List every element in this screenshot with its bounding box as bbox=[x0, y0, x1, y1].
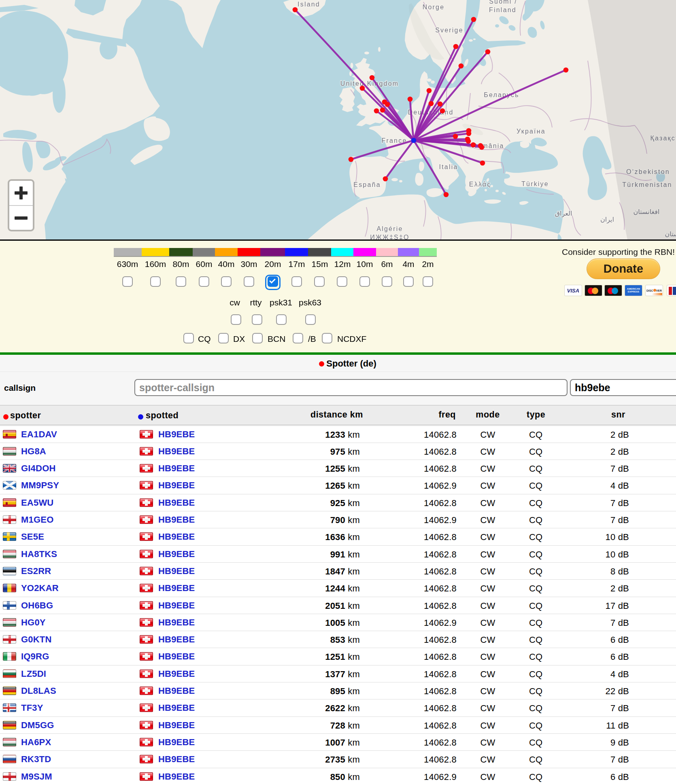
svg-text:United Kingdom: United Kingdom bbox=[340, 80, 399, 87]
svg-text:Türkiye: Türkiye bbox=[521, 180, 549, 187]
svg-text:Ελλάς: Ελλάς bbox=[469, 181, 491, 188]
svg-text:Italia: Italia bbox=[439, 163, 458, 170]
svg-text:العراق: العراق bbox=[555, 210, 572, 218]
svg-text:Sverige: Sverige bbox=[435, 27, 463, 34]
svg-text:Україна: Україна bbox=[517, 128, 546, 135]
svg-text:Suomi /: Suomi / bbox=[489, 0, 517, 5]
svg-text:Norge: Norge bbox=[423, 4, 445, 11]
svg-text:Island: Island bbox=[298, 1, 320, 8]
svg-text:ИЖЖ‡S‡O: ИЖЖ‡S‡O bbox=[370, 234, 409, 239]
svg-text:ايران: ايران bbox=[600, 216, 614, 224]
svg-text:Algérie: Algérie bbox=[376, 225, 403, 232]
svg-text:Finland: Finland bbox=[489, 6, 517, 13]
svg-text:España: España bbox=[353, 181, 381, 188]
